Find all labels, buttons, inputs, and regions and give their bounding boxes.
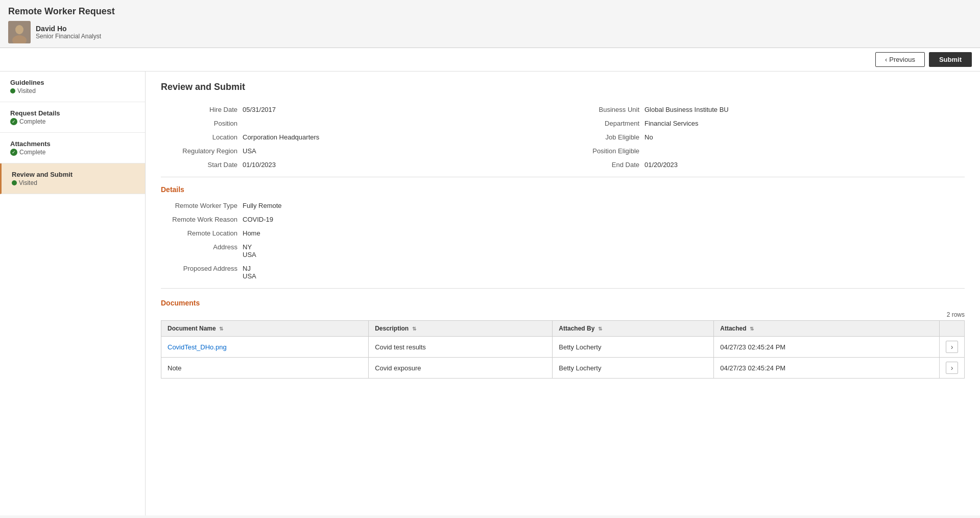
remote-location-row: Remote Location Home [161,226,563,240]
row-expand-button[interactable]: › [946,362,958,374]
sort-icon-doc-name[interactable]: ⇅ [219,326,223,332]
department-row: Department Financial Services [563,116,965,130]
sidebar-item-guidelines[interactable]: Guidelines Visited [0,72,145,102]
position-label: Position [161,120,243,127]
sidebar-guidelines-status: Visited [10,87,135,95]
sidebar: Guidelines Visited Request Details ✓ Com… [0,72,146,515]
documents-rows-count: 2 rows [161,311,965,318]
table-row: NoteCovid exposureBetty Locherty04/27/23… [161,358,965,379]
address-label: Address [161,243,243,251]
sort-icon-description[interactable]: ⇅ [412,326,416,332]
doc-name-cell: Note [161,358,369,379]
review-submit-status-dot [12,180,17,185]
info-grid: Hire Date 05/31/2017 Position Location C… [161,103,965,172]
sidebar-request-details-label: Request Details [10,109,135,117]
guidelines-status-text: Visited [17,87,36,95]
toolbar: ‹ Previous Submit [0,48,980,72]
sidebar-item-review-submit[interactable]: Review and Submit Visited [0,163,145,194]
job-eligible-row: Job Eligible No [563,130,965,144]
sidebar-attachments-status: ✓ Complete [10,149,135,156]
sort-icon-attached[interactable]: ⇅ [750,326,754,332]
sort-icon-attached-by[interactable]: ⇅ [598,326,602,332]
remote-location-value: Home [243,229,260,237]
documents-heading: Documents [161,299,965,307]
sidebar-guidelines-label: Guidelines [10,79,135,86]
position-eligible-label: Position Eligible [563,147,644,155]
attachments-status-text: Complete [19,149,45,156]
previous-button[interactable]: ‹ Previous [875,52,925,67]
app-header: Remote Worker Request David Ho Senior Fi… [0,0,980,48]
app-title: Remote Worker Request [8,6,972,17]
sidebar-review-submit-label: Review and Submit [12,171,135,178]
start-date-value: 01/10/2023 [243,161,276,169]
department-label: Department [563,120,644,127]
proposed-address-line2: USA [243,272,256,280]
svg-point-1 [15,25,23,34]
sidebar-request-details-status: ✓ Complete [10,118,135,125]
position-row: Position [161,116,563,130]
divider-documents [161,288,965,289]
address-line1: NY [243,243,252,251]
start-date-row: Start Date 01/10/2023 [161,158,563,172]
hire-date-value: 05/31/2017 [243,106,276,113]
address-row: Address NY USA [161,240,563,262]
remote-work-reason-label: Remote Work Reason [161,216,243,223]
remote-worker-type-row: Remote Worker Type Fully Remote [161,199,563,213]
details-grid: Remote Worker Type Fully Remote Remote W… [161,199,965,283]
department-value: Financial Services [644,120,699,127]
proposed-address-row: Proposed Address NJ USA [161,262,563,283]
col-expand [940,321,965,337]
address-value: NY USA [243,243,256,258]
end-date-row: End Date 01/20/2023 [563,158,965,172]
submit-button[interactable]: Submit [929,52,972,67]
address-line2: USA [243,251,256,258]
left-info-column: Hire Date 05/31/2017 Position Location C… [161,103,563,172]
job-eligible-value: No [644,133,653,141]
doc-attached-by-cell: Betty Locherty [553,337,714,358]
end-date-label: End Date [563,161,644,169]
position-eligible-row: Position Eligible [563,144,965,158]
doc-description-cell: Covid test results [369,337,553,358]
row-expand-button[interactable]: › [946,341,958,353]
col-attached: Attached ⇅ [714,321,940,337]
user-info: David Ho Senior Financial Analyst [8,21,972,43]
avatar [8,21,31,43]
remote-location-label: Remote Location [161,229,243,237]
remote-worker-type-value: Fully Remote [243,202,282,209]
details-left-column: Remote Worker Type Fully Remote Remote W… [161,199,563,283]
job-eligible-label: Job Eligible [563,133,644,141]
documents-section: Documents 2 rows Document Name ⇅ Descrip… [161,299,965,379]
attachments-status-check: ✓ [10,149,17,156]
doc-attached-date-cell: 04/27/23 02:45:24 PM [714,337,940,358]
sidebar-review-submit-status: Visited [12,179,135,186]
col-description: Description ⇅ [369,321,553,337]
request-details-status-text: Complete [19,118,45,125]
remote-work-reason-value: COVID-19 [243,216,273,223]
sidebar-item-attachments[interactable]: Attachments ✓ Complete [0,133,145,163]
user-name: David Ho [36,25,101,33]
content-area: Review and Submit Hire Date 05/31/2017 P… [146,72,980,515]
details-heading: Details [161,185,965,194]
guidelines-status-dot [10,88,15,93]
request-details-status-check: ✓ [10,118,17,125]
chevron-left-icon: ‹ [885,56,887,63]
col-doc-name: Document Name ⇅ [161,321,369,337]
hire-date-row: Hire Date 05/31/2017 [161,103,563,116]
proposed-address-label: Proposed Address [161,265,243,272]
sidebar-item-request-details[interactable]: Request Details ✓ Complete [0,102,145,133]
doc-name-link[interactable]: CovidTest_DHo.png [168,343,227,351]
doc-attached-by-cell: Betty Locherty [553,358,714,379]
documents-table-header: Document Name ⇅ Description ⇅ Attached B… [161,321,965,337]
business-unit-label: Business Unit [563,106,644,113]
details-right-column [563,199,965,283]
regulatory-region-value: USA [243,147,256,155]
right-info-column: Business Unit Global Business Institute … [563,103,965,172]
main-layout: Guidelines Visited Request Details ✓ Com… [0,72,980,515]
hire-date-label: Hire Date [161,106,243,113]
col-attached-by: Attached By ⇅ [553,321,714,337]
remote-worker-type-label: Remote Worker Type [161,202,243,209]
business-unit-value: Global Business Institute BU [644,106,729,113]
documents-table: Document Name ⇅ Description ⇅ Attached B… [161,320,965,379]
doc-attached-date-cell: 04/27/23 02:45:24 PM [714,358,940,379]
doc-name-cell: CovidTest_DHo.png [161,337,369,358]
